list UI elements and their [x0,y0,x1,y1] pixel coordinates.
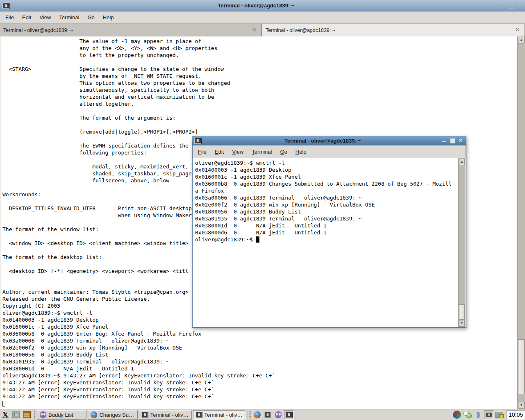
menu-go[interactable]: Go [276,147,291,157]
task-label: Buddy List [48,412,73,418]
firefox-launcher[interactable] [252,410,262,420]
menu-go[interactable]: Go [84,13,98,22]
terminal-icon: S [196,412,202,418]
menu-edit[interactable]: Edit [18,13,35,22]
tab-close-icon[interactable]: ✕ [514,27,521,34]
terminal-app-icon: S [194,138,201,144]
workspace-pager[interactable] [11,410,21,420]
menu-help[interactable]: Help [99,13,118,22]
task-button-terminal-1[interactable]: S Terminal - olive... [139,410,192,420]
menu-edit[interactable]: Edit [211,147,227,157]
close-button[interactable]: ✕ [458,138,463,143]
terminal-icon: S [142,412,148,418]
scroll-down-icon[interactable]: ▼ [459,320,465,327]
lock-icon [495,412,503,418]
task-label: Terminal - olive... [150,412,189,418]
drawer-icon [23,411,31,418]
tab-terminal-2[interactable]: Terminal - oliver@agdc1839: ~ ✕ [262,24,524,36]
camera-icon [486,413,492,417]
popup-window-title: Terminal - oliver@agdc1839: ~ [204,138,442,144]
firefox-icon [91,411,97,418]
terminal-cursor [256,236,259,243]
popup-scrollbar[interactable]: ▲ ▼ [458,158,465,327]
terminal-launcher[interactable]: S [263,410,273,420]
terminal-cursor [2,401,5,406]
x11-icon: X [2,411,9,419]
task-label: Terminal - olive... [204,412,243,418]
popup-terminal-output[interactable]: oliver@agdc1839:~$ wmctrl -l 0x01400003 … [193,158,466,327]
task-label: Changes Sub... [99,412,135,418]
close-button[interactable]: ✕ [517,3,522,8]
popup-menubar: File Edit View Terminal Go Help [193,145,466,158]
pidgin-icon [275,411,282,418]
main-menubar: File Edit View Terminal Go Help [0,11,525,24]
taskbar: X Buddy List Changes Sub... S Terminal -… [0,409,525,420]
menu-terminal[interactable]: Terminal [248,147,275,157]
clock[interactable]: 10:05 [507,410,525,420]
menu-file[interactable]: File [2,13,18,22]
minimize-button[interactable] [442,138,447,143]
popup-terminal-window: S Terminal - oliver@agdc1839: ~ ✕ File E… [192,136,466,328]
menu-terminal[interactable]: Terminal [55,13,83,22]
scrollbar-thumb[interactable] [518,339,525,394]
menu-help[interactable]: Help [292,147,310,157]
scroll-down-icon[interactable]: ▼ [518,402,525,409]
pager-icon [12,411,20,418]
terminal-icon: S [264,412,271,418]
maximize-button[interactable] [509,3,514,8]
tray-lock[interactable] [495,410,505,420]
desktop: S Terminal - oliver@agdc1839: ~ ✕ File E… [0,0,525,420]
tray-screenshot[interactable] [484,410,494,420]
tray-swirl[interactable] [452,410,462,420]
scroll-up-icon[interactable]: ▲ [518,37,525,43]
menu-view[interactable]: View [36,13,55,22]
tab-terminal-1[interactable]: Terminal - oliver@agdc1839: ~ ✕ [0,24,262,36]
tray-messenger-status[interactable] [463,410,473,420]
main-window-title: Terminal - oliver@agdc1839: ~ [12,2,500,9]
firefox-icon [254,411,261,418]
swirl-icon [453,411,461,419]
task-button-buddy-list[interactable]: Buddy List [37,410,86,420]
maximize-button[interactable] [450,138,455,143]
x11-launcher[interactable]: X [0,410,10,420]
terminal-launcher-pressed[interactable]: S [284,410,294,420]
pidgin-launcher[interactable] [273,410,283,420]
tab-label: Terminal - oliver@agdc1839: ~ [3,27,251,33]
minimize-button[interactable] [500,3,505,8]
scroll-up-icon[interactable]: ▲ [459,159,465,165]
menu-view[interactable]: View [228,147,247,157]
menu-file[interactable]: File [194,147,210,157]
tab-bar: Terminal - oliver@agdc1839: ~ ✕ Terminal… [0,24,525,36]
pidgin-icon [40,411,46,418]
main-window-titlebar[interactable]: S Terminal - oliver@agdc1839: ~ ✕ [0,0,525,11]
task-button-changes-submitted[interactable]: Changes Sub... [88,410,138,420]
main-scrollbar[interactable]: ▲ ▼ [517,36,525,409]
popup-terminal-text: oliver@agdc1839:~$ wmctrl -l 0x01400003 … [195,160,452,243]
chat-bubble-icon [464,411,472,418]
tab-label: Terminal - oliver@agdc1839: ~ [266,27,514,33]
panel-handle[interactable] [33,411,36,419]
terminal-app-icon: S [2,2,9,9]
drawer-launcher[interactable] [22,410,32,420]
terminal-icon: S [286,412,292,418]
tray-indicator[interactable] [473,410,483,420]
task-button-terminal-2-active[interactable]: S Terminal - olive... [193,410,245,420]
scrollbar-thumb[interactable] [459,304,465,320]
popup-titlebar[interactable]: S Terminal - oliver@agdc1839: ~ ✕ [192,136,466,145]
pill-icon [477,412,480,418]
panel-handle[interactable] [248,411,251,419]
tab-close-icon[interactable]: ✕ [251,27,258,34]
